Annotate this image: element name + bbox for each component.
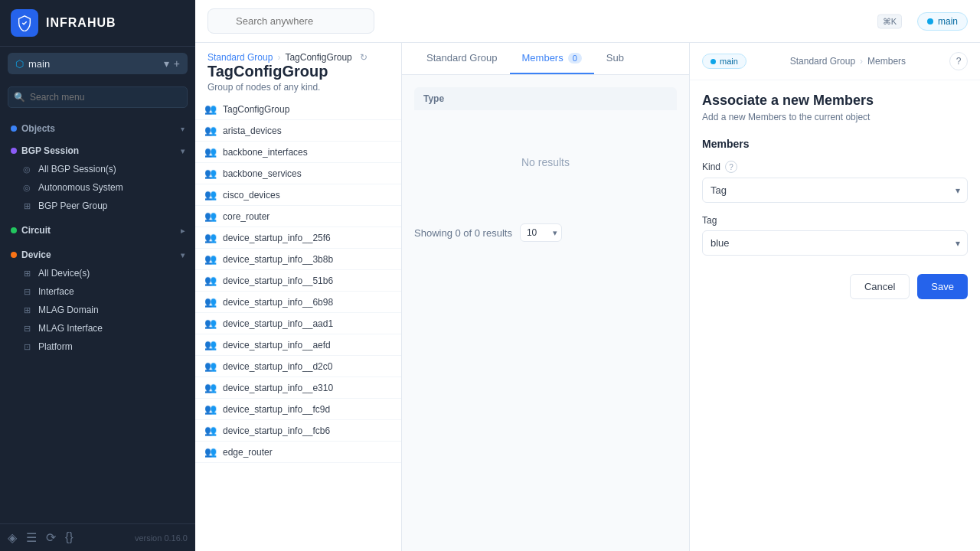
tree-item-icon: 👥 xyxy=(204,318,217,329)
tree-item[interactable]: 👥cisco_devices xyxy=(195,184,401,206)
search-input[interactable] xyxy=(207,8,374,34)
sidebar-item-interface[interactable]: ⊟ Interface xyxy=(0,282,195,301)
tag-select[interactable]: blue red green yellow xyxy=(702,230,968,256)
table-area: Type No results Showing 0 of 0 results 1… xyxy=(402,75,689,263)
platform-label: Platform xyxy=(38,341,73,352)
branch-selector-name: main xyxy=(28,58,50,70)
tree-item[interactable]: 👥device_startup_info__25f6 xyxy=(195,227,401,249)
sidebar-item-all-bgp[interactable]: ◎ All BGP Session(s) xyxy=(0,160,195,178)
search-menu-icon: 🔍 xyxy=(14,92,25,103)
save-button[interactable]: Save xyxy=(917,274,968,299)
tree-item[interactable]: 👥device_startup_info__3b8b xyxy=(195,249,401,270)
tree-item-icon: 👥 xyxy=(204,232,217,243)
tree-item-label: edge_router xyxy=(223,447,273,458)
tree-item[interactable]: 👥device_startup_info__51b6 xyxy=(195,270,401,292)
all-bgp-icon: ◎ xyxy=(21,165,32,174)
topbar-branch-dot xyxy=(927,18,933,24)
circuit-chevron: ▸ xyxy=(181,227,185,235)
page-title: TagConfigGroup xyxy=(207,63,389,80)
footer-icon-code[interactable]: {} xyxy=(65,530,74,545)
tab-sub-groups[interactable]: Sub xyxy=(594,43,636,74)
tree-item[interactable]: 👥device_startup_info__fc9d xyxy=(195,399,401,420)
sidebar-item-mlag-interface[interactable]: ⊟ MLAG Interface xyxy=(0,319,195,337)
tree-item-icon: 👥 xyxy=(204,339,217,350)
footer-icon-sync[interactable]: ⟳ xyxy=(46,530,56,545)
objects-dot xyxy=(11,126,17,132)
modal-branch-dot xyxy=(710,59,716,64)
sidebar-item-bgp-peer-group[interactable]: ⊞ BGP Peer Group xyxy=(0,197,195,215)
tree-item[interactable]: 👥backbone_services xyxy=(195,163,401,184)
topbar-branch-pill[interactable]: main xyxy=(917,12,968,31)
sidebar-footer: ◈ ☰ ⟳ {} version 0.16.0 xyxy=(0,523,195,551)
modal-branch-pill[interactable]: main xyxy=(702,54,746,69)
tree-item-icon: 👥 xyxy=(204,403,217,415)
autonomous-system-icon: ◎ xyxy=(21,183,32,193)
sidebar-item-autonomous-system[interactable]: ◎ Autonomous System xyxy=(0,178,195,197)
tree-item[interactable]: 👥device_startup_info__fcb6 xyxy=(195,420,401,442)
circuit-header[interactable]: Circuit ▸ xyxy=(0,221,195,240)
kind-select[interactable]: Tag Object Group xyxy=(702,178,968,203)
branch-dropdown-btn[interactable]: ▾ xyxy=(164,57,169,70)
breadcrumb-standard-group[interactable]: Standard Group xyxy=(207,52,273,63)
tree-root-item[interactable]: 👥 TagConfigGroup xyxy=(195,99,401,120)
tab-members-label: Members xyxy=(522,52,564,64)
tag-label: Tag xyxy=(702,215,968,226)
tree-item[interactable]: 👥device_startup_info__d2c0 xyxy=(195,356,401,377)
tree-item-icon: 👥 xyxy=(204,425,217,436)
tree-item-icon: 👥 xyxy=(204,168,217,179)
tree-item-icon: 👥 xyxy=(204,360,217,372)
tab-members[interactable]: Members 0 xyxy=(510,43,594,74)
tree-item-icon: 👥 xyxy=(204,275,217,286)
tree-item-label: device_startup_info__e310 xyxy=(223,383,333,393)
tabs-bar: Standard Group Members 0 Sub xyxy=(402,43,689,75)
tree-item[interactable]: 👥device_startup_info__6b98 xyxy=(195,292,401,313)
cancel-button[interactable]: Cancel xyxy=(850,274,910,299)
footer-icon-docs[interactable]: ☰ xyxy=(26,530,37,545)
autonomous-system-label: Autonomous System xyxy=(38,182,123,193)
refresh-icon[interactable]: ↻ xyxy=(360,52,368,63)
footer-icon-diamond[interactable]: ◈ xyxy=(8,530,17,545)
tree-item-label: device_startup_info__d2c0 xyxy=(223,361,332,372)
tree-item[interactable]: 👥device_startup_info__aad1 xyxy=(195,313,401,334)
kind-help-icon[interactable]: ? xyxy=(725,161,737,173)
sidebar-item-all-devices[interactable]: ⊞ All Device(s) xyxy=(0,264,195,282)
modal-title: Associate a new Members xyxy=(702,93,968,109)
tree-item[interactable]: 👥device_startup_info__aefd xyxy=(195,334,401,356)
tree-items-container: 👥arista_devices👥backbone_interfaces👥back… xyxy=(195,120,401,463)
form-group-tag: Tag blue red green yellow xyxy=(702,215,968,256)
objects-section-header[interactable]: Objects ▾ xyxy=(0,119,195,139)
table-footer: Showing 0 of 0 results 10 25 50 100 xyxy=(414,214,677,251)
showing-text: Showing 0 of 0 results xyxy=(414,227,512,239)
branch-selector[interactable]: ⬡ main ▾ + xyxy=(8,53,188,74)
bgp-dot xyxy=(11,148,17,154)
modal-branch-name: main xyxy=(720,57,738,66)
tree-item-icon: 👥 xyxy=(204,125,217,136)
per-page-select[interactable]: 10 25 50 100 xyxy=(520,223,562,242)
device-subsection: Device ▾ ⊞ All Device(s) ⊟ Interface ⊞ M… xyxy=(0,243,195,359)
sidebar-item-mlag-domain[interactable]: ⊞ MLAG Domain xyxy=(0,301,195,319)
interface-label: Interface xyxy=(38,286,74,297)
sidebar-item-platform[interactable]: ⊡ Platform xyxy=(0,337,195,356)
circuit-subsection: Circuit ▸ xyxy=(0,218,195,243)
mlag-interface-icon: ⊟ xyxy=(21,324,32,334)
page-subtitle: Group of nodes of any kind. xyxy=(207,82,389,93)
tree-item-label: backbone_services xyxy=(223,168,302,179)
bgp-session-header[interactable]: BGP Session ▾ xyxy=(0,142,195,160)
tab-standard-group[interactable]: Standard Group xyxy=(414,43,510,74)
circuit-dot xyxy=(11,227,17,233)
bgp-chevron: ▾ xyxy=(181,147,185,155)
tree-item[interactable]: 👥core_router xyxy=(195,206,401,227)
sidebar-header: INFRAHUB xyxy=(0,0,195,47)
tree-item[interactable]: 👥device_startup_info__e310 xyxy=(195,377,401,399)
modal-help-button[interactable]: ? xyxy=(949,52,968,70)
tree-item[interactable]: 👥arista_devices xyxy=(195,120,401,142)
tree-item[interactable]: 👥edge_router xyxy=(195,442,401,463)
branch-add-btn[interactable]: + xyxy=(174,57,180,70)
tree-item[interactable]: 👥backbone_interfaces xyxy=(195,142,401,163)
tab-standard-group-label: Standard Group xyxy=(426,52,498,64)
device-header[interactable]: Device ▾ xyxy=(0,246,195,264)
tree-item-label: device_startup_info__25f6 xyxy=(223,233,331,243)
mlag-interface-label: MLAG Interface xyxy=(38,323,103,334)
circuit-label: Circuit xyxy=(21,225,51,236)
search-menu-input[interactable] xyxy=(8,86,188,108)
